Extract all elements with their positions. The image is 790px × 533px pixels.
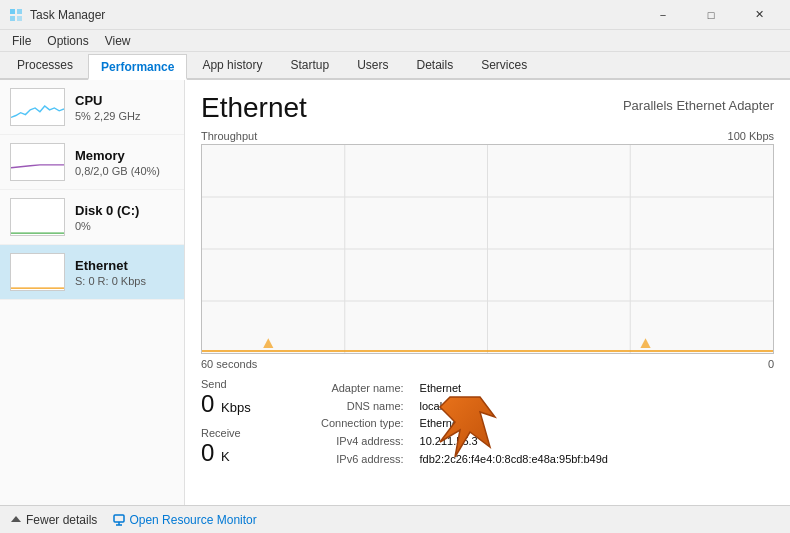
memory-thumbnail xyxy=(10,143,65,181)
maximize-button[interactable]: □ xyxy=(688,0,734,30)
adapter-name: Parallels Ethernet Adapter xyxy=(623,98,774,113)
svg-rect-3 xyxy=(17,16,22,21)
svg-rect-19 xyxy=(114,515,124,522)
adapter-name-key: Adapter name: xyxy=(321,382,404,397)
adapter-name-val: Ethernet xyxy=(420,382,608,397)
connection-type-key: Connection type: xyxy=(321,417,404,432)
window-title: Task Manager xyxy=(30,8,640,22)
right-panel: rpl Ethernet Parallels Ethernet Adapter … xyxy=(185,80,790,505)
minimize-button[interactable]: − xyxy=(640,0,686,30)
sidebar-item-memory[interactable]: Memory 0,8/2,0 GB (40%) xyxy=(0,135,184,190)
ethernet-label: Ethernet xyxy=(75,258,174,273)
svg-marker-18 xyxy=(11,516,21,522)
chart-area xyxy=(201,144,774,354)
footer-bar: Fewer details Open Resource Monitor xyxy=(0,505,790,533)
ipv4-key: IPv4 address: xyxy=(321,435,404,450)
panel-title: Ethernet xyxy=(201,92,307,124)
disk-stat: 0% xyxy=(75,220,174,232)
menu-file[interactable]: File xyxy=(4,32,39,50)
disk-info: Disk 0 (C:) 0% xyxy=(75,203,174,232)
svg-rect-7 xyxy=(11,254,64,290)
memory-info: Memory 0,8/2,0 GB (40%) xyxy=(75,148,174,177)
cpu-info: CPU 5% 2,29 GHz xyxy=(75,93,174,122)
tab-app-history[interactable]: App history xyxy=(189,52,275,78)
svg-rect-5 xyxy=(11,144,64,180)
tab-startup[interactable]: Startup xyxy=(277,52,342,78)
cpu-thumbnail xyxy=(10,88,65,126)
chart-throughput-label: Throughput xyxy=(201,130,257,142)
panel-header: Ethernet Parallels Ethernet Adapter xyxy=(201,92,774,124)
window-controls: − □ ✕ xyxy=(640,0,782,30)
close-button[interactable]: ✕ xyxy=(736,0,782,30)
menu-bar: File Options View xyxy=(0,30,790,52)
receive-label: Receive xyxy=(201,427,301,439)
details-table: Adapter name: Ethernet DNS name: localdo… xyxy=(321,382,608,468)
tab-details[interactable]: Details xyxy=(403,52,466,78)
send-unit: Kbps xyxy=(221,400,251,415)
app-icon xyxy=(8,7,24,23)
sidebar-item-ethernet[interactable]: Ethernet S: 0 R: 0 Kbps xyxy=(0,245,184,300)
ipv6-val: fdb2:2c26:f4e4:0:8cd8:e48a:95bf:b49d xyxy=(420,453,608,468)
ipv6-key: IPv6 address: xyxy=(321,453,404,468)
sidebar-item-cpu[interactable]: CPU 5% 2,29 GHz xyxy=(0,80,184,135)
chart-label-bottom: 60 seconds 0 xyxy=(201,358,774,370)
sidebar: CPU 5% 2,29 GHz Memory 0,8/2,0 GB (40%) xyxy=(0,80,185,505)
tab-performance[interactable]: Performance xyxy=(88,54,187,80)
ethernet-info: Ethernet S: 0 R: 0 Kbps xyxy=(75,258,174,287)
fewer-details[interactable]: Fewer details xyxy=(10,513,97,527)
tab-bar: Processes Performance App history Startu… xyxy=(0,52,790,80)
disk-thumbnail xyxy=(10,198,65,236)
dns-name-val: localdomain xyxy=(420,400,608,415)
svg-rect-0 xyxy=(10,9,15,14)
tab-users[interactable]: Users xyxy=(344,52,401,78)
memory-stat: 0,8/2,0 GB (40%) xyxy=(75,165,174,177)
sidebar-item-disk[interactable]: Disk 0 (C:) 0% xyxy=(0,190,184,245)
ethernet-thumbnail xyxy=(10,253,65,291)
chart-max-label: 100 Kbps xyxy=(728,130,774,142)
chevron-up-icon xyxy=(10,514,22,526)
ethernet-stat: S: 0 R: 0 Kbps xyxy=(75,275,174,287)
title-bar: Task Manager − □ ✕ xyxy=(0,0,790,30)
disk-label: Disk 0 (C:) xyxy=(75,203,174,218)
svg-rect-1 xyxy=(17,9,22,14)
chart-label-top: Throughput 100 Kbps xyxy=(201,130,774,142)
tab-processes[interactable]: Processes xyxy=(4,52,86,78)
main-content: CPU 5% 2,29 GHz Memory 0,8/2,0 GB (40%) xyxy=(0,80,790,505)
cpu-label: CPU xyxy=(75,93,174,108)
receive-value: 0 K xyxy=(201,439,301,468)
monitor-icon xyxy=(113,514,125,526)
svg-rect-2 xyxy=(10,16,15,21)
menu-view[interactable]: View xyxy=(97,32,139,50)
svg-rect-4 xyxy=(11,89,64,125)
svg-rect-6 xyxy=(11,199,64,235)
chart-time-left: 60 seconds xyxy=(201,358,257,370)
chart-time-right: 0 xyxy=(768,358,774,370)
memory-label: Memory xyxy=(75,148,174,163)
open-resource-monitor[interactable]: Open Resource Monitor xyxy=(113,513,256,527)
cpu-stat: 5% 2,29 GHz xyxy=(75,110,174,122)
send-label: Send xyxy=(201,378,301,390)
ipv4-val: 10.211.55.3 xyxy=(420,435,608,450)
tab-services[interactable]: Services xyxy=(468,52,540,78)
receive-unit: K xyxy=(221,449,230,464)
dns-name-key: DNS name: xyxy=(321,400,404,415)
send-value: 0 Kbps xyxy=(201,390,301,419)
menu-options[interactable]: Options xyxy=(39,32,96,50)
connection-type-val: Ethernet xyxy=(420,417,608,432)
send-col: Send 0 Kbps Receive 0 K xyxy=(201,378,301,468)
info-section: Send 0 Kbps Receive 0 K Adapter name: Et… xyxy=(201,378,774,468)
